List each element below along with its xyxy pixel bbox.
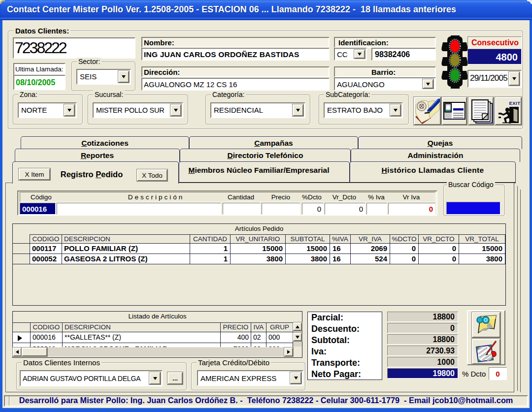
svg-text:EXIT: EXIT [509,100,520,106]
